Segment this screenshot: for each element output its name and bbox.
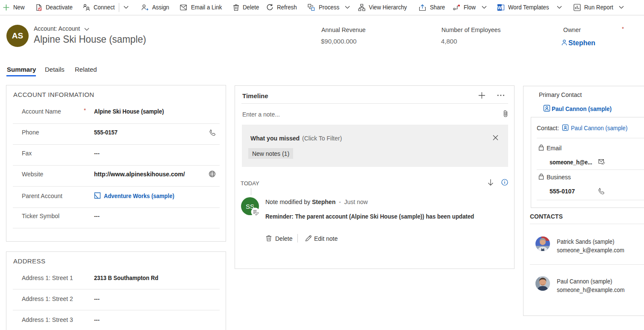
svg-text:W: W (497, 5, 502, 10)
